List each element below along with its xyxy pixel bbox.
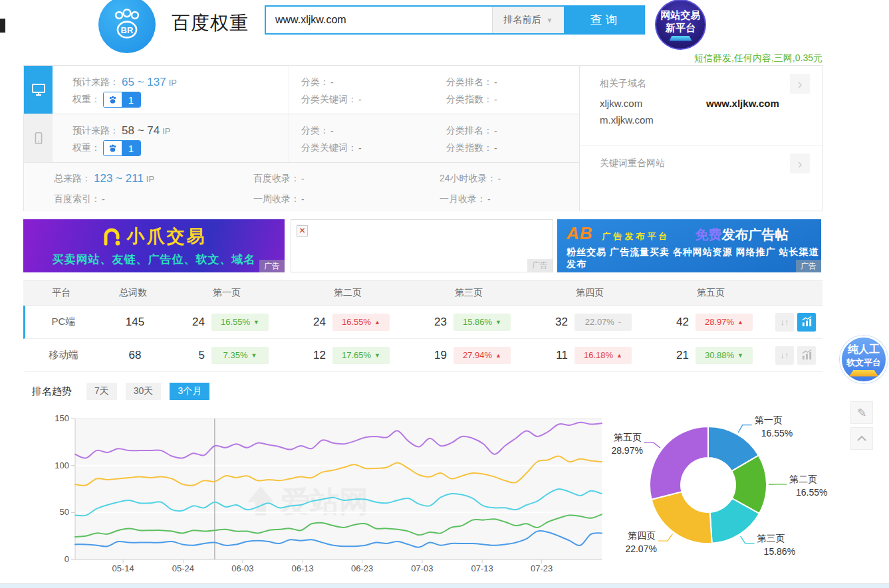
svg-text:150: 150: [55, 413, 69, 423]
donut-label: 第三页: [757, 533, 785, 543]
tab-30days[interactable]: 30天: [126, 383, 162, 400]
category-field: 分类排名：-: [446, 74, 579, 91]
trend-badge: 16.55%▲: [332, 314, 390, 331]
tab-3months[interactable]: 3个月: [170, 383, 209, 400]
column-header: 第三页: [408, 287, 529, 299]
sort-icon[interactable]: ↓↑: [775, 313, 794, 332]
sort-icon[interactable]: ↓↑: [775, 346, 794, 365]
domain-link[interactable]: m.xljkw.com: [600, 114, 706, 126]
tab-7days[interactable]: 7天: [86, 383, 117, 400]
total-field: 一周收录：-: [253, 191, 440, 208]
donut-label: 第一页: [755, 415, 783, 425]
column-header: 平台: [23, 287, 100, 299]
mobile-weight-badge[interactable]: 1: [103, 140, 141, 156]
trend-badge: 16.18%▲: [574, 347, 632, 364]
baidu-rank-logo[interactable]: BR: [98, 0, 156, 53]
page-cell: 1217.65%▼: [289, 347, 410, 364]
ad-banner-adpost[interactable]: AB 广告发布平台 免费发布广告帖 粉丝交易 广告流量买卖 各种网站资源 网络推…: [557, 219, 821, 272]
chart-icon: [801, 316, 813, 328]
rank-order-dropdown[interactable]: 排名前后 ▼: [492, 7, 564, 33]
svg-text:05-14: 05-14: [112, 563, 134, 573]
page-cell: 2416.55%▲: [289, 314, 410, 331]
chart-icon-button[interactable]: [797, 346, 816, 365]
related-subdomains-section: 相关子域名 › xljkw.com www.xljkw.com m.xljkw.…: [580, 66, 822, 146]
chart-icon: [801, 349, 813, 361]
svg-text:06-23: 06-23: [351, 563, 373, 573]
phone-icon: [31, 131, 46, 146]
table-row: 移动端6857.35%▼1217.65%▼1927.94%▲1116.18%▲2…: [23, 339, 823, 372]
keyword-overlap-title: 关键词重合网站: [600, 157, 822, 169]
chevron-right-icon[interactable]: ›: [790, 74, 810, 94]
table-header: 平台总词数第一页第二页第三页第四页第五页: [23, 280, 823, 306]
ad-banner-xiaozhua[interactable]: 小爪交易 买卖网站、友链、广告位、软文、域名 广告: [23, 219, 285, 272]
paw-icon: [104, 141, 122, 155]
pencil-icon[interactable]: ✎: [850, 401, 873, 424]
trend-arrow-icon: ▲: [737, 319, 743, 326]
pc-traffic: 预计来路： 65 ~ 137 IP: [72, 74, 289, 91]
category-field: 分类关键词：-: [301, 91, 434, 108]
monitor-icon: [31, 82, 47, 98]
trend-arrow-icon: ▼: [737, 352, 743, 359]
platform-label: PC端: [25, 316, 102, 328]
trend-arrow-icon: ▼: [374, 352, 380, 359]
ab-logo: AB: [567, 223, 593, 244]
total-field: 一月收录：-: [440, 191, 579, 208]
donut-pct: 22.07%: [625, 543, 656, 554]
ad-banner-row: 小爪交易 买卖网站、友链、广告位、软文、域名 广告 ✕ 广告 AB 广告发布平台…: [23, 219, 823, 272]
svg-text:0: 0: [64, 554, 69, 564]
pc-tab[interactable]: [24, 66, 53, 114]
category-field: 分类指数：-: [446, 91, 579, 108]
search-bar: 排名前后 ▼ 查 询: [265, 5, 645, 35]
chevron-up-icon[interactable]: [850, 427, 873, 450]
soft-article-badge[interactable]: 纯人工 软文平台: [840, 336, 888, 383]
mobile-weight: 权重： 1: [72, 140, 289, 157]
donut-label: 第四页: [628, 530, 656, 541]
category-field: 分类排名：-: [446, 122, 579, 140]
donut-label: 第五页: [614, 432, 642, 442]
svg-text:100: 100: [55, 460, 69, 470]
screen-edge-artifact: [0, 19, 5, 33]
total-field: 总来路：123 ~ 211IP: [54, 170, 253, 187]
query-button[interactable]: 查 询: [564, 7, 644, 33]
badge-platform-icon: [670, 36, 692, 41]
ad-tag: 广告: [527, 259, 553, 272]
mobile-category-fields: 分类：-分类关键词：-分类排名：-分类指数：-: [289, 114, 579, 162]
current-domain[interactable]: www.xljkw.com: [706, 98, 822, 109]
ad-tag: 广告: [259, 260, 285, 272]
column-header: 第五页: [650, 287, 771, 299]
trend-badge: 30.88%▼: [696, 347, 753, 364]
keyword-rank-table: 平台总词数第一页第二页第三页第四页第五页 PC端1452416.55%▼2416…: [23, 280, 823, 372]
trend-badge: 27.94%▲: [453, 347, 511, 364]
page-cell: 2130.88%▼: [652, 347, 773, 364]
totals-row: 总来路：123 ~ 211IP百度收录：-24小时收录：-百度索引：-一周收录：…: [24, 163, 579, 211]
trend-arrow-icon: ▲: [616, 352, 622, 359]
chevron-right-icon[interactable]: ›: [790, 153, 810, 173]
trend-arrow-icon: −: [618, 319, 621, 326]
trend-badge: 16.55%▼: [211, 314, 269, 331]
pc-category-fields: 分类：-分类关键词：-分类排名：-分类指数：-: [289, 66, 579, 114]
site-trade-badge[interactable]: 网站交易 新平台: [655, 0, 706, 50]
pc-weight-badge[interactable]: 1: [103, 92, 141, 108]
page-cell: 3222.07%−: [531, 314, 652, 331]
sms-promo-link[interactable]: 短信群发,任何内容,三网,0.35元: [694, 52, 823, 64]
trend-arrow-icon: ▼: [253, 319, 259, 326]
trend-badge: 7.35%▼: [211, 347, 269, 364]
mobile-tab[interactable]: [24, 114, 53, 162]
pc-overview-row: 预计来路： 65 ~ 137 IP 权重： 1 分类：-分类关键词：-分类排名：…: [24, 66, 579, 114]
chart-icon-button[interactable]: [797, 313, 816, 332]
trend-arrow-icon: ▼: [251, 352, 257, 359]
domain-list: xljkw.com www.xljkw.com m.xljkw.com: [600, 98, 822, 126]
trend-arrow-icon: ▲: [495, 352, 501, 359]
trend-badge: 15.86%▼: [453, 314, 511, 331]
domain-link[interactable]: xljkw.com: [600, 98, 706, 109]
ad-banner-empty[interactable]: ✕ 广告: [291, 219, 553, 272]
trend-toolbar: 排名趋势 7天 30天 3个月: [32, 383, 218, 400]
search-input[interactable]: [266, 7, 492, 33]
related-subdomains-title: 相关子域名: [600, 78, 822, 90]
trend-arrow-icon: ▲: [374, 319, 380, 326]
paw-logo-icon: BR: [110, 7, 144, 42]
page-share-donut-chart[interactable]: 第一页16.55%第二页16.55%第三页15.86%第四页22.07%第五页2…: [602, 407, 841, 578]
overview-left: 预计来路： 65 ~ 137 IP 权重： 1 分类：-分类关键词：-分类排名：…: [24, 66, 580, 211]
logo-text: BR: [121, 25, 134, 35]
rank-trend-line-chart[interactable]: 爱站网05010015005-1405-2406-0306-1306-2307-…: [27, 407, 605, 578]
